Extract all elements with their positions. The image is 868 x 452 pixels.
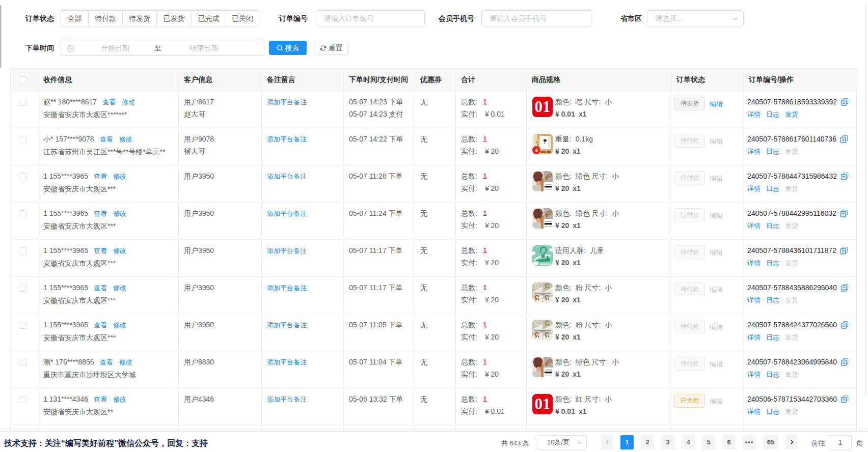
svg-text:4: 4 bbox=[535, 147, 538, 153]
